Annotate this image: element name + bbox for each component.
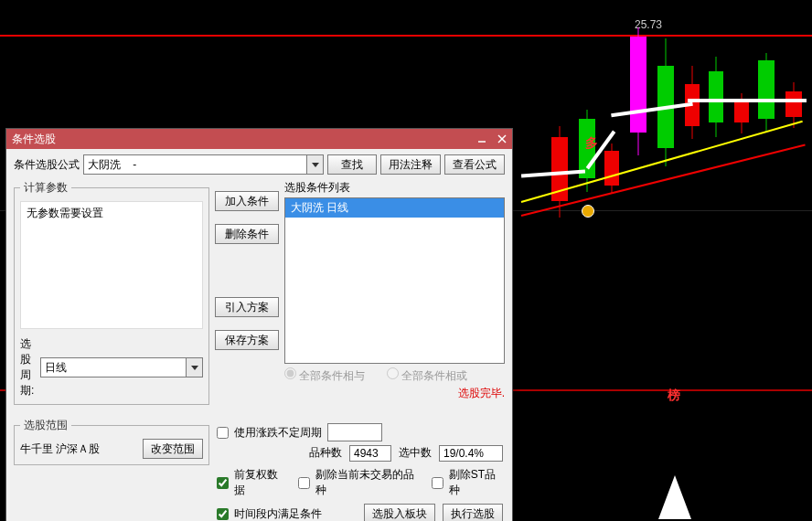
calc-params-fieldset: 计算参数 无参数需要设置 选股周期: — [14, 180, 209, 405]
title-bar[interactable]: 条件选股 — [6, 129, 512, 149]
save-plan-button[interactable]: 保存方案 — [215, 330, 279, 350]
change-range-button[interactable]: 改变范围 — [143, 439, 203, 459]
period-input[interactable] — [41, 358, 186, 377]
hit-label: 选中数 — [399, 445, 432, 462]
dialog-title: 条件选股 — [12, 132, 472, 147]
count-value: 4943 — [349, 445, 391, 462]
rank-mark: 榜 — [668, 388, 680, 404]
delete-condition-button[interactable]: 删除条件 — [215, 224, 279, 244]
import-plan-button[interactable]: 引入方案 — [215, 297, 279, 317]
multi-mark: 多 — [585, 135, 598, 152]
condition-item[interactable]: 大阴洗 日线 — [285, 198, 504, 218]
preadj-checkbox[interactable] — [217, 477, 229, 489]
run-filter-button[interactable]: 执行选股 — [443, 504, 503, 521]
to-block-button[interactable]: 选股入板块 — [364, 504, 435, 521]
period-label: 选股周期: — [20, 336, 35, 399]
variable-period-input[interactable] — [327, 423, 382, 441]
formula-input[interactable] — [84, 155, 306, 174]
condition-list[interactable]: 大阴洗 日线 — [284, 197, 505, 364]
price-label: 25.73 — [635, 18, 662, 31]
hit-value: 19/0.4% — [439, 445, 503, 462]
period-combo[interactable] — [40, 357, 203, 377]
formula-combo[interactable] — [83, 154, 324, 175]
count-label: 品种数 — [309, 445, 342, 462]
radio-or[interactable]: 全部条件相或 — [387, 367, 467, 384]
range-legend: 选股范围 — [20, 418, 71, 433]
exclude-nontrade-checkbox[interactable] — [298, 477, 310, 489]
use-variable-period-checkbox[interactable] — [217, 427, 229, 439]
use-variable-period-label: 使用涨跌不定周期 — [234, 425, 322, 441]
range-fieldset: 选股范围 牛千里 沪深Ａ股 改变范围 — [14, 418, 209, 465]
status-text: 选股完毕. — [284, 386, 505, 401]
chevron-down-icon[interactable] — [186, 358, 202, 377]
range-value: 牛千里 沪深Ａ股 — [20, 441, 100, 457]
exclude-nontrade-label: 剔除当前未交易的品种 — [315, 467, 418, 498]
time-match-checkbox[interactable] — [217, 508, 229, 520]
close-button[interactable] — [492, 129, 512, 149]
formula-label: 条件选股公式 — [14, 157, 80, 173]
add-condition-button[interactable]: 加入条件 — [215, 191, 279, 211]
chevron-down-icon[interactable] — [306, 155, 323, 174]
params-list[interactable]: 无参数需要设置 — [20, 201, 203, 329]
time-match-label: 时间段内满足条件 — [234, 506, 322, 522]
view-formula-button[interactable]: 查看公式 — [444, 154, 505, 175]
no-params-text: 无参数需要设置 — [27, 207, 103, 219]
find-button[interactable]: 查找 — [327, 154, 377, 175]
calc-params-legend: 计算参数 — [20, 180, 71, 196]
radio-and[interactable]: 全部条件相与 — [284, 367, 365, 384]
exclude-st-checkbox[interactable] — [432, 477, 443, 489]
minimize-button[interactable] — [472, 129, 492, 149]
condition-list-label: 选股条件列表 — [284, 180, 505, 196]
preadj-label: 前复权数据 — [234, 467, 285, 498]
exclude-st-label: 剔除ST品种 — [449, 467, 503, 498]
usage-button[interactable]: 用法注释 — [380, 154, 441, 175]
stock-filter-dialog: 条件选股 条件选股公式 查找 用法注释 查看公式 计算参数 无参数需要设置 — [5, 128, 513, 521]
